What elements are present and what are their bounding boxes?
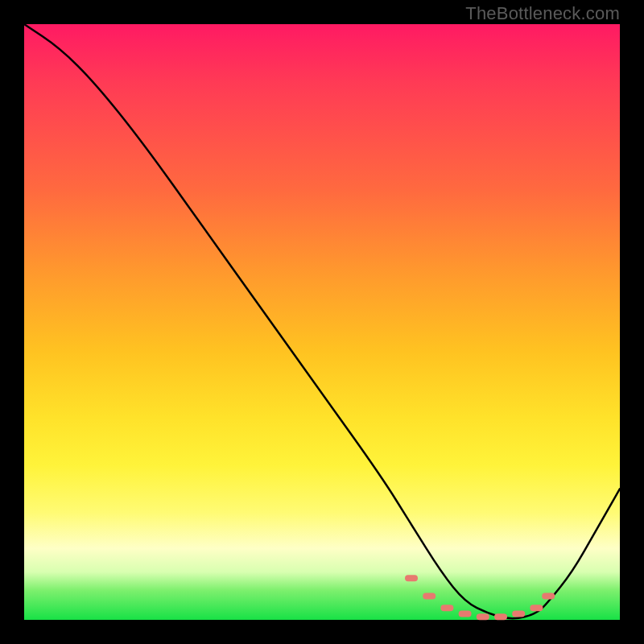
optimal-marker xyxy=(423,592,436,599)
optimal-marker xyxy=(405,575,418,581)
optimal-marker xyxy=(530,605,543,611)
chart-overlay xyxy=(24,24,620,620)
bottleneck-curve xyxy=(24,24,620,618)
optimal-marker xyxy=(459,611,472,617)
chart-frame: TheBottleneck.com xyxy=(0,0,644,644)
optimal-marker xyxy=(440,605,453,611)
optimal-marker xyxy=(542,592,555,599)
optimal-marker xyxy=(512,611,525,617)
bottleneck-curve-path xyxy=(24,24,620,618)
watermark-text: TheBottleneck.com xyxy=(465,3,620,24)
plot-area xyxy=(24,24,620,620)
optimal-marker xyxy=(477,613,489,620)
optimal-marker xyxy=(494,613,507,620)
